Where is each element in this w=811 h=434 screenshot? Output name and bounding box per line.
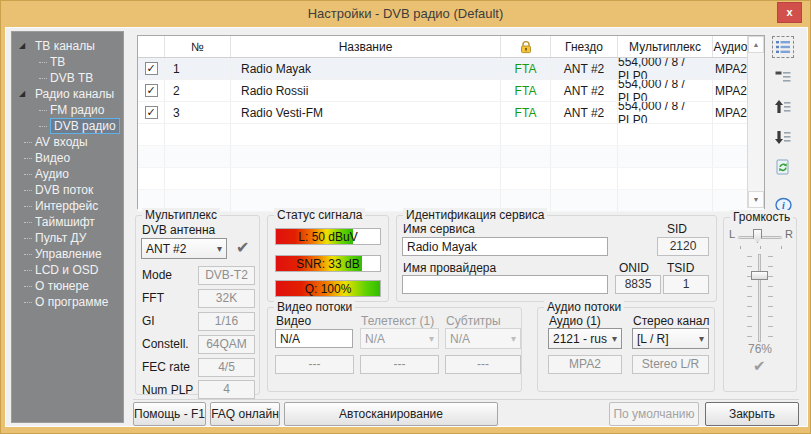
tsid-label: TSID xyxy=(667,261,694,275)
expand-triangle-icon[interactable]: ◢ xyxy=(19,38,25,54)
table-scrollbar[interactable]: ▲ ▼ xyxy=(747,36,764,208)
scroll-up-icon[interactable]: ▲ xyxy=(748,36,764,53)
channel-socket: ANT #2 xyxy=(551,102,618,123)
move-up-icon[interactable] xyxy=(772,96,794,118)
subtitles-label: Субтитры xyxy=(446,314,501,328)
move-down-icon[interactable] xyxy=(772,126,794,148)
provider-input[interactable] xyxy=(402,275,608,294)
table-row[interactable]: ✓ 3 Radio Vesti-FM FTA ANT #2 554,000 / … xyxy=(138,102,764,124)
table-row[interactable]: ✓ 2 Radio Rossii FTA ANT #2 554,000 / 8 … xyxy=(138,80,764,102)
sidebar-item-label: DVB поток xyxy=(35,183,93,197)
video-streams-group: Видео потоки Видео --- Телетекст (1) N/A… xyxy=(267,307,522,392)
remove-channel-icon[interactable] xyxy=(772,66,794,88)
channel-name: Radio Mayak xyxy=(231,58,501,79)
expand-triangle-icon[interactable]: ◢ xyxy=(19,86,25,102)
autoscan-button[interactable]: Автосканирование xyxy=(284,402,498,426)
sidebar-item-tv[interactable]: ТВ xyxy=(12,54,123,70)
sidebar-item-about-program[interactable]: О программе xyxy=(12,294,123,310)
antenna-select[interactable]: ANT #2 ▾ xyxy=(141,238,227,259)
channel-list-icon[interactable] xyxy=(772,36,794,58)
header-audio: Аудио xyxy=(713,36,749,57)
defaults-button: По умолчанию xyxy=(609,402,699,426)
sidebar-item-tv-channels[interactable]: ◢ТВ каналы xyxy=(12,38,123,54)
balance-slider-thumb[interactable] xyxy=(753,229,762,243)
sidebar-item-av-inputs[interactable]: AV входы xyxy=(12,134,123,150)
sidebar-item-label: LCD и OSD xyxy=(35,263,98,277)
sidebar-item-timeshift[interactable]: Таймшифт xyxy=(12,214,123,230)
sidebar-item-audio[interactable]: Аудио xyxy=(12,166,123,182)
group-title: Идентификация сервиса xyxy=(403,208,547,222)
sidebar-item-control[interactable]: Управление xyxy=(12,246,123,262)
channel-name: Radio Rossii xyxy=(231,80,501,101)
lock-icon xyxy=(501,36,551,57)
param-value: 4 xyxy=(198,380,255,399)
sidebar-item-about-tuner[interactable]: О тюнере xyxy=(12,278,123,294)
close-icon[interactable]: x xyxy=(777,2,802,23)
param-value: 64QAM xyxy=(198,335,255,354)
scroll-down-icon[interactable]: ▼ xyxy=(748,191,764,208)
channel-multiplex: 554,000 / 8 / PLP0 xyxy=(618,58,713,79)
volume-ticks-left xyxy=(747,256,752,342)
service-name-input[interactable] xyxy=(402,237,608,256)
group-title: Аудио потоки xyxy=(544,300,624,314)
subtitles-value: N/A xyxy=(450,332,470,346)
onid-value: 8835 xyxy=(615,275,661,294)
sidebar-item-video[interactable]: Видео xyxy=(12,150,123,166)
sidebar-item-radio-channels[interactable]: ◢Радио каналы xyxy=(12,86,123,102)
table-header: № Название Гнездо Мультиплекс Аудио xyxy=(138,36,764,58)
volume-percent: 76% xyxy=(724,342,796,356)
channel-checkbox[interactable]: ✓ xyxy=(145,84,158,97)
param-label: Constell. xyxy=(142,337,189,351)
channel-audio: MPA2 xyxy=(713,58,749,79)
update-list-icon[interactable] xyxy=(772,156,794,178)
titlebar[interactable]: Настройки - DVB радио (Default) x xyxy=(1,1,810,27)
param-label: FFT xyxy=(142,291,164,305)
balance-right-label: R xyxy=(785,228,793,240)
table-row[interactable]: ✓ 1 Radio Mayak FTA ANT #2 554,000 / 8 /… xyxy=(138,58,764,80)
volume-slider-thumb[interactable] xyxy=(751,271,768,280)
channel-name: Radio Vesti-FM xyxy=(231,102,501,123)
chevron-down-icon: ▾ xyxy=(612,333,617,344)
balance-left-label: L xyxy=(729,228,735,240)
help-button[interactable]: Помощь - F1 xyxy=(133,402,206,426)
audio-codec: MPA2 xyxy=(548,355,622,374)
faq-button[interactable]: FAQ онлайн xyxy=(210,402,280,426)
sidebar-item-remote[interactable]: Пульт ДУ xyxy=(12,230,123,246)
sidebar-item-fm-radio[interactable]: FM радио xyxy=(12,102,123,118)
video-label: Видео xyxy=(276,314,311,328)
provider-label: Имя провайдера xyxy=(403,261,496,275)
channel-access: FTA xyxy=(501,80,551,101)
bottom-divider xyxy=(133,399,799,400)
empty-row xyxy=(138,146,764,168)
sidebar-item-lcd-osd[interactable]: LCD и OSD xyxy=(12,262,123,278)
channel-checkbox[interactable]: ✓ xyxy=(145,106,158,119)
param-value: 1/16 xyxy=(198,312,255,331)
volume-slider-track[interactable] xyxy=(758,254,761,342)
balance-ticks xyxy=(739,246,783,249)
apply-antenna-icon[interactable]: ✔ xyxy=(236,238,249,257)
audio-track-select[interactable]: 2121 - rus ▾ xyxy=(548,328,622,349)
sidebar-item-label: Таймшифт xyxy=(35,215,95,229)
chevron-down-icon: ▾ xyxy=(699,333,704,344)
sidebar-item-label: DVB радио xyxy=(50,118,120,134)
header-checkbox-column xyxy=(138,36,165,57)
audio-streams-group: Аудио потоки Аудио (1) 2121 - rus ▾ MPA2… xyxy=(537,307,715,392)
stereo-mode: Stereo L/R xyxy=(632,355,709,374)
param-label: GI xyxy=(142,314,155,328)
close-button[interactable]: Закрыть xyxy=(705,402,799,426)
channel-socket: ANT #2 xyxy=(551,58,618,79)
sidebar-item-label: О программе xyxy=(35,295,108,309)
teletext-info: --- xyxy=(360,355,439,374)
sidebar-item-interface[interactable]: Интерфейс xyxy=(12,198,123,214)
settings-window: Настройки - DVB радио (Default) x ◢ТВ ка… xyxy=(0,0,811,434)
empty-row xyxy=(138,168,764,190)
channel-multiplex: 554,000 / 8 / PLP0 xyxy=(618,80,713,101)
sidebar-item-dvb-stream[interactable]: DVB поток xyxy=(12,182,123,198)
stereo-channel-select[interactable]: [L / R] ▾ xyxy=(632,328,709,349)
sidebar-item-label: Видео xyxy=(35,151,70,165)
sidebar-item-dvb-radio[interactable]: DVB радио xyxy=(12,118,123,134)
channel-checkbox[interactable]: ✓ xyxy=(145,62,158,75)
video-input[interactable] xyxy=(275,329,353,348)
apply-volume-icon[interactable]: ✔ xyxy=(753,357,766,375)
sidebar-item-dvb-tv[interactable]: DVB ТВ xyxy=(12,70,123,86)
